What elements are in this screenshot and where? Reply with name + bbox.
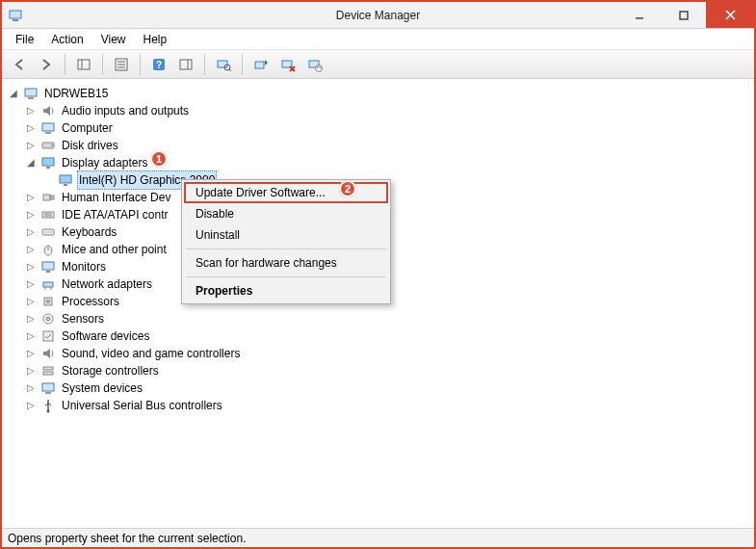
tree-label: Display adapters (60, 154, 149, 171)
expand-icon[interactable]: ▷ (25, 192, 37, 203)
svg-rect-36 (50, 196, 54, 199)
expand-icon[interactable]: ▷ (25, 296, 37, 307)
scan-hardware-button[interactable] (212, 53, 235, 76)
computer-root-icon (23, 86, 39, 101)
expand-icon[interactable]: ▷ (25, 261, 37, 273)
update-driver-button[interactable] (249, 53, 273, 76)
monitor-icon (40, 259, 56, 274)
tree-item-sound[interactable]: ▷ Sound, video and game controllers (8, 345, 754, 362)
svg-line-18 (229, 69, 231, 71)
uninstall-button[interactable] (276, 53, 300, 76)
toolbar-separator (102, 54, 103, 75)
svg-rect-31 (42, 158, 54, 166)
menu-file[interactable]: File (8, 31, 41, 48)
expand-icon[interactable]: ▷ (25, 330, 37, 342)
svg-rect-25 (25, 89, 37, 96)
expand-icon[interactable]: ▷ (25, 313, 37, 325)
system-icon (40, 380, 56, 396)
svg-rect-33 (60, 175, 71, 183)
svg-rect-37 (42, 212, 54, 218)
tree-item-audio[interactable]: ▷ Audio inputs and outputs (8, 102, 754, 119)
back-button[interactable] (8, 53, 31, 76)
svg-rect-46 (42, 262, 54, 270)
context-menu: Update Driver Software... Disable Uninst… (181, 179, 391, 304)
title-bar: Device Manager (2, 2, 754, 29)
svg-point-61 (47, 410, 50, 413)
tree-item-system[interactable]: ▷ System devices (8, 379, 754, 397)
keyboard-icon (40, 224, 56, 240)
tree-item-computer[interactable]: ▷ Computer (8, 119, 754, 137)
action-pane-button[interactable] (174, 53, 197, 76)
tree-label: Software devices (60, 327, 151, 345)
tree-item-storage[interactable]: ▷ Storage controllers (8, 362, 754, 379)
menu-action[interactable]: Action (43, 31, 91, 48)
disk-icon (40, 138, 56, 153)
toolbar-separator (140, 54, 141, 75)
processor-icon (40, 294, 56, 309)
svg-rect-59 (45, 392, 51, 394)
cm-uninstall[interactable]: Uninstall (184, 224, 388, 246)
expand-icon[interactable]: ▷ (25, 244, 37, 255)
display-icon (58, 172, 73, 188)
cm-disable[interactable]: Disable (184, 203, 388, 224)
collapse-icon[interactable]: ◢ (25, 157, 37, 169)
expand-icon[interactable]: ▷ (25, 105, 37, 117)
window-title: Device Manager (2, 9, 754, 22)
tree-root-label: NDRWEB15 (42, 85, 110, 102)
properties-button[interactable] (110, 53, 133, 76)
toolbar: ? (2, 50, 754, 79)
svg-rect-19 (255, 62, 264, 68)
svg-rect-57 (43, 372, 53, 375)
context-separator (186, 276, 386, 277)
toolbar-separator (204, 54, 205, 75)
expand-icon[interactable]: ▷ (25, 140, 37, 151)
show-hide-console-tree-button[interactable] (72, 53, 95, 76)
tree-item-display[interactable]: ◢ Display adapters (8, 154, 754, 171)
tree-label: Universal Serial Bus controllers (60, 397, 224, 414)
tree-item-software[interactable]: ▷ Software devices (8, 327, 754, 345)
tree-label: Mice and other point (60, 241, 169, 258)
sensor-icon (40, 311, 56, 327)
tree-item-sensors[interactable]: ▷ Sensors (8, 310, 754, 327)
collapse-icon[interactable]: ◢ (8, 88, 19, 99)
svg-rect-27 (42, 123, 54, 131)
tree-root[interactable]: ◢ NDRWEB15 (8, 85, 754, 102)
menu-help[interactable]: Help (136, 31, 175, 48)
speaker-icon (40, 346, 56, 361)
expand-icon[interactable]: ▷ (25, 348, 37, 359)
tree-item-disk[interactable]: ▷ Disk drives (8, 137, 754, 154)
toolbar-separator (242, 54, 243, 75)
tree-item-usb[interactable]: ▷ Universal Serial Bus controllers (8, 397, 754, 414)
tree-label: Keyboards (60, 223, 118, 241)
computer-icon (40, 120, 56, 136)
cm-properties[interactable]: Properties (184, 280, 388, 301)
tree-label: Processors (60, 293, 121, 310)
svg-point-42 (47, 231, 48, 232)
annotation-2: 2 (339, 180, 356, 197)
expand-icon[interactable]: ▷ (25, 400, 37, 411)
mouse-icon (40, 242, 56, 257)
cm-scan[interactable]: Scan for hardware changes (184, 252, 388, 274)
expand-icon[interactable]: ▷ (25, 278, 37, 290)
svg-rect-56 (43, 367, 53, 370)
svg-rect-32 (46, 167, 50, 169)
tree-label: Sound, video and game controllers (60, 345, 242, 362)
expand-icon[interactable]: ▷ (25, 382, 37, 394)
help-button[interactable]: ? (147, 53, 170, 76)
expand-icon[interactable]: ▷ (25, 122, 37, 134)
svg-rect-55 (43, 331, 53, 341)
forward-button[interactable] (35, 53, 58, 76)
svg-rect-58 (42, 383, 54, 391)
expand-icon[interactable]: ▷ (25, 209, 37, 221)
svg-rect-35 (43, 195, 50, 200)
expand-icon[interactable]: ▷ (25, 226, 37, 238)
cm-update-driver[interactable]: Update Driver Software... (184, 182, 388, 203)
disable-button[interactable] (303, 53, 326, 76)
annotation-1: 1 (150, 150, 168, 168)
menu-view[interactable]: View (93, 31, 134, 48)
tree-label: Human Interface Dev (60, 189, 172, 206)
network-icon (40, 276, 56, 292)
expand-icon[interactable]: ▷ (25, 365, 37, 377)
svg-rect-16 (218, 61, 227, 67)
menu-bar: File Action View Help (2, 29, 754, 50)
